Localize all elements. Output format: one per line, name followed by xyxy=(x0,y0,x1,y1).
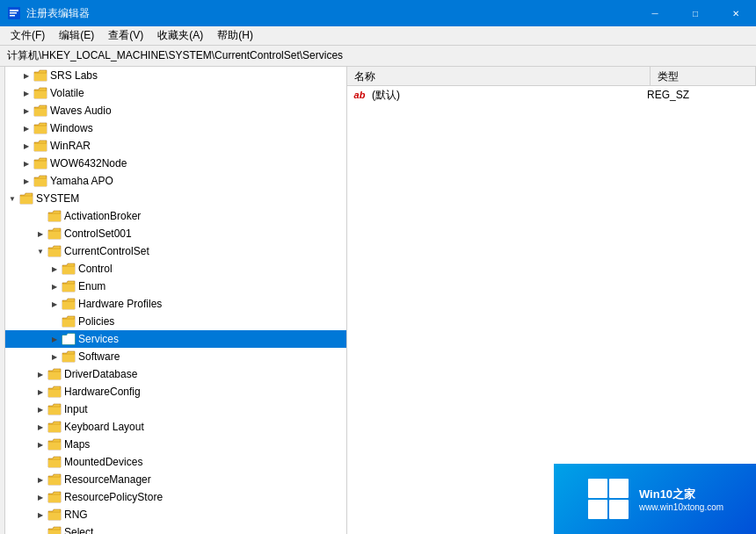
expand-icon[interactable]: ▶ xyxy=(19,139,33,153)
tree-label: DriverDatabase xyxy=(64,368,137,380)
expand-icon[interactable]: ▶ xyxy=(19,69,33,83)
tree-item-maps[interactable]: ▶ Maps xyxy=(0,436,346,453)
tree-item-volatile[interactable]: ▶ Volatile xyxy=(0,84,346,102)
tree-item-activation-broker[interactable]: ActivationBroker xyxy=(0,207,346,225)
tree-label: HardwareConfig xyxy=(64,386,141,398)
expand-icon[interactable]: ▶ xyxy=(19,104,33,118)
folder-icon xyxy=(47,438,62,451)
tree-item-control[interactable]: ▶ Control xyxy=(0,260,346,278)
expand-icon[interactable]: ▶ xyxy=(33,490,47,504)
expand-icon[interactable]: ▶ xyxy=(33,508,47,522)
address-path: 计算机\HKEY_LOCAL_MACHINE\SYSTEM\CurrentCon… xyxy=(7,48,343,63)
tree-item-software[interactable]: ▶ Software xyxy=(0,348,346,365)
expand-icon[interactable]: ▶ xyxy=(33,420,47,434)
col-header-name[interactable]: 名称 xyxy=(347,67,651,86)
menu-favorites[interactable]: 收藏夹(A) xyxy=(150,26,210,45)
tree-item-wow6432node[interactable]: ▶ WOW6432Node xyxy=(0,155,346,172)
expand-icon[interactable]: ▼ xyxy=(33,244,47,258)
folder-icon xyxy=(33,175,47,187)
tree-label: Software xyxy=(78,350,120,363)
tree-label: CurrentControlSet xyxy=(64,245,149,257)
expand-icon[interactable]: ▶ xyxy=(47,262,62,276)
tree-item-services[interactable]: ▶ Services xyxy=(0,330,346,348)
watermark-info: Win10之家 www.win10xtong.com xyxy=(639,487,723,512)
expand-icon[interactable]: ▶ xyxy=(33,385,47,399)
folder-icon xyxy=(33,105,47,117)
expand-icon[interactable]: ▶ xyxy=(47,279,62,293)
maximize-button[interactable]: □ xyxy=(675,0,716,26)
tree-label: Select xyxy=(64,526,93,534)
expand-icon[interactable]: ▶ xyxy=(33,473,47,487)
tree-item-keyboard-layout[interactable]: ▶ Keyboard Layout xyxy=(0,418,346,436)
folder-icon xyxy=(47,227,62,240)
tree-item-yamaha-apo[interactable]: ▶ Yamaha APO xyxy=(0,172,346,190)
col-header-type[interactable]: 类型 xyxy=(651,67,756,86)
svg-rect-3 xyxy=(10,15,15,17)
expand-icon[interactable]: ▶ xyxy=(19,86,33,100)
tree-item-currentcontrolset[interactable]: ▼ CurrentControlSet xyxy=(0,242,346,260)
folder-icon xyxy=(47,473,62,486)
menu-file[interactable]: 文件(F) xyxy=(4,26,52,45)
tree-label: WinRAR xyxy=(50,140,91,152)
expand-icon[interactable]: ▶ xyxy=(47,297,62,311)
folder-icon xyxy=(47,210,62,222)
expand-icon[interactable]: ▶ xyxy=(33,402,47,416)
reg-row-default[interactable]: ab(默认)REG_SZ xyxy=(347,86,756,104)
tree-item-enum[interactable]: ▶ Enum xyxy=(0,278,346,295)
expand-icon[interactable]: ▶ xyxy=(33,367,47,381)
folder-icon xyxy=(62,298,76,310)
tree-item-hardware-profiles[interactable]: ▶ Hardware Profiles xyxy=(0,295,346,313)
menu-help[interactable]: 帮助(H) xyxy=(210,26,260,45)
tree-scroll[interactable]: ▶ SRS Labs▶ Volatile▶ Waves Audio▶ Windo… xyxy=(0,67,346,534)
folder-icon xyxy=(62,350,76,363)
expand-icon[interactable]: ▼ xyxy=(5,191,19,206)
menu-view[interactable]: 查看(V) xyxy=(101,26,150,45)
tree-item-controlset001[interactable]: ▶ ControlSet001 xyxy=(0,225,346,242)
tree-item-resource-policy-store[interactable]: ▶ ResourcePolicyStore xyxy=(0,488,346,506)
minimize-button[interactable]: ─ xyxy=(635,0,675,26)
tree-label: ResourceManager xyxy=(64,473,151,486)
left-scrollbar xyxy=(0,67,5,534)
expand-icon[interactable]: ▶ xyxy=(33,437,47,451)
expand-icon[interactable]: ▶ xyxy=(47,350,62,364)
tree-item-winrar[interactable]: ▶ WinRAR xyxy=(0,137,346,155)
tree-item-driver-database[interactable]: ▶ DriverDatabase xyxy=(0,365,346,383)
watermark: Win10之家 www.win10xtong.com xyxy=(554,464,756,534)
watermark-title: Win10之家 xyxy=(639,487,723,502)
tree-pane: ▶ SRS Labs▶ Volatile▶ Waves Audio▶ Windo… xyxy=(0,67,347,534)
folder-icon xyxy=(47,526,62,534)
tree-item-hardware-config[interactable]: ▶ HardwareConfig xyxy=(0,383,346,400)
close-button[interactable]: ✕ xyxy=(716,0,756,26)
expand-icon[interactable]: ▶ xyxy=(19,121,33,135)
tree-item-windows[interactable]: ▶ Windows xyxy=(0,119,346,137)
tree-item-select[interactable]: Select xyxy=(0,523,346,534)
tree-label: RNG xyxy=(64,509,88,521)
expand-icon[interactable]: ▶ xyxy=(19,174,33,188)
tree-item-rng[interactable]: ▶ RNG xyxy=(0,506,346,523)
right-header: 名称 类型 xyxy=(347,67,756,86)
windows-logo-icon xyxy=(586,477,630,521)
tree-item-input[interactable]: ▶ Input xyxy=(0,400,346,418)
folder-icon xyxy=(33,69,47,82)
expand-icon[interactable]: ▶ xyxy=(33,227,47,241)
svg-rect-2 xyxy=(10,12,17,14)
tree-item-srs-labs[interactable]: ▶ SRS Labs xyxy=(0,67,346,84)
tree-label: Enum xyxy=(78,280,105,292)
tree-label: Policies xyxy=(78,315,114,328)
tree-label: MountedDevices xyxy=(64,456,142,468)
tree-item-mounted-devices[interactable]: MountedDevices xyxy=(0,453,346,471)
menu-edit[interactable]: 编辑(E) xyxy=(52,26,101,45)
tree-label: ControlSet001 xyxy=(64,227,132,240)
reg-value-type: REG_SZ xyxy=(647,89,752,101)
tree-label: WOW6432Node xyxy=(50,157,127,170)
tree-label: ResourcePolicyStore xyxy=(64,491,163,503)
menu-bar: 文件(F) 编辑(E) 查看(V) 收藏夹(A) 帮助(H) xyxy=(0,26,756,46)
tree-item-resource-manager[interactable]: ▶ ResourceManager xyxy=(0,471,346,488)
expand-icon[interactable]: ▶ xyxy=(19,156,33,170)
tree-item-waves-audio[interactable]: ▶ Waves Audio xyxy=(0,102,346,119)
tree-item-system[interactable]: ▼ SYSTEM xyxy=(0,190,346,207)
folder-icon xyxy=(19,192,33,205)
reg-value-name: (默认) xyxy=(372,88,647,103)
expand-icon[interactable]: ▶ xyxy=(47,332,62,346)
tree-item-policies[interactable]: Policies xyxy=(0,313,346,330)
